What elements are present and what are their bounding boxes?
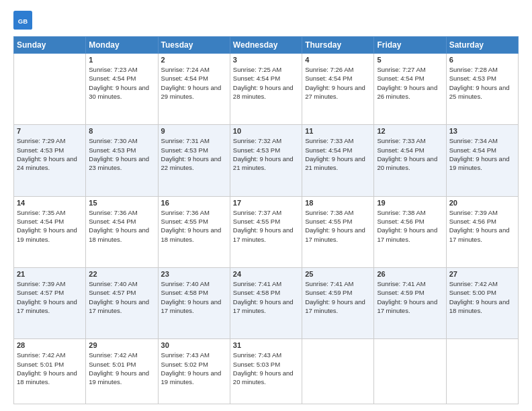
day-info: Sunrise: 7:30 AMSunset: 4:53 PMDaylight:… — [89, 136, 154, 172]
day-info: Sunrise: 7:35 AMSunset: 4:54 PMDaylight:… — [17, 208, 83, 244]
day-number: 27 — [449, 270, 515, 278]
day-info: Sunrise: 7:41 AMSunset: 4:59 PMDaylight:… — [305, 279, 371, 315]
calendar-cell: 7Sunrise: 7:29 AMSunset: 4:53 PMDaylight… — [14, 125, 86, 196]
day-number: 5 — [377, 56, 443, 64]
calendar-cell: 24Sunrise: 7:41 AMSunset: 4:58 PMDayligh… — [230, 267, 302, 338]
day-info: Sunrise: 7:36 AMSunset: 4:54 PMDaylight:… — [89, 208, 154, 244]
calendar-cell: 3Sunrise: 7:25 AMSunset: 4:54 PMDaylight… — [230, 54, 302, 125]
calendar-cell: 16Sunrise: 7:36 AMSunset: 4:55 PMDayligh… — [158, 196, 230, 267]
day-number: 4 — [305, 56, 371, 64]
calendar-cell: 22Sunrise: 7:40 AMSunset: 4:57 PMDayligh… — [86, 267, 158, 338]
day-info: Sunrise: 7:42 AMSunset: 5:00 PMDaylight:… — [449, 279, 515, 315]
calendar-cell: 28Sunrise: 7:42 AMSunset: 5:01 PMDayligh… — [14, 339, 86, 404]
day-number: 20 — [449, 199, 515, 207]
calendar-cell — [14, 54, 86, 125]
calendar-cell: 31Sunrise: 7:43 AMSunset: 5:03 PMDayligh… — [230, 339, 302, 404]
day-number: 22 — [89, 270, 154, 278]
day-info: Sunrise: 7:29 AMSunset: 4:53 PMDaylight:… — [17, 136, 83, 172]
day-info: Sunrise: 7:39 AMSunset: 4:56 PMDaylight:… — [449, 208, 515, 244]
logo: GB — [13, 11, 35, 30]
calendar-week-row: 7Sunrise: 7:29 AMSunset: 4:53 PMDaylight… — [14, 125, 519, 196]
day-number: 11 — [305, 127, 371, 135]
calendar-cell: 1Sunrise: 7:23 AMSunset: 4:54 PMDaylight… — [86, 54, 158, 125]
day-info: Sunrise: 7:37 AMSunset: 4:55 PMDaylight:… — [233, 208, 299, 244]
day-info: Sunrise: 7:41 AMSunset: 4:58 PMDaylight:… — [233, 279, 299, 315]
calendar-cell: 2Sunrise: 7:24 AMSunset: 4:54 PMDaylight… — [158, 54, 230, 125]
day-number: 3 — [233, 56, 299, 64]
header: GB — [13, 11, 519, 30]
calendar-cell: 27Sunrise: 7:42 AMSunset: 5:00 PMDayligh… — [446, 267, 518, 338]
weekday-header: Wednesday — [230, 37, 302, 54]
day-info: Sunrise: 7:33 AMSunset: 4:54 PMDaylight:… — [305, 136, 371, 172]
day-number: 21 — [17, 270, 83, 278]
day-info: Sunrise: 7:27 AMSunset: 4:54 PMDaylight:… — [377, 65, 443, 101]
calendar-cell: 21Sunrise: 7:39 AMSunset: 4:57 PMDayligh… — [14, 267, 86, 338]
calendar-cell: 14Sunrise: 7:35 AMSunset: 4:54 PMDayligh… — [14, 196, 86, 267]
day-number: 12 — [377, 127, 443, 135]
day-number: 13 — [449, 127, 515, 135]
day-number: 16 — [161, 199, 227, 207]
day-info: Sunrise: 7:38 AMSunset: 4:56 PMDaylight:… — [377, 208, 443, 244]
day-info: Sunrise: 7:43 AMSunset: 5:03 PMDaylight:… — [233, 351, 299, 386]
day-info: Sunrise: 7:40 AMSunset: 4:57 PMDaylight:… — [89, 279, 154, 315]
day-info: Sunrise: 7:24 AMSunset: 4:54 PMDaylight:… — [161, 65, 227, 101]
day-number: 6 — [449, 56, 515, 64]
day-number: 8 — [89, 127, 154, 135]
calendar-cell: 5Sunrise: 7:27 AMSunset: 4:54 PMDaylight… — [374, 54, 446, 125]
day-info: Sunrise: 7:40 AMSunset: 4:58 PMDaylight:… — [161, 279, 227, 315]
day-info: Sunrise: 7:26 AMSunset: 4:54 PMDaylight:… — [305, 65, 371, 101]
day-number: 10 — [233, 127, 299, 135]
day-number: 17 — [233, 199, 299, 207]
day-info: Sunrise: 7:36 AMSunset: 4:55 PMDaylight:… — [161, 208, 227, 244]
day-number: 1 — [89, 56, 154, 64]
calendar-week-row: 14Sunrise: 7:35 AMSunset: 4:54 PMDayligh… — [14, 196, 519, 267]
calendar-cell: 20Sunrise: 7:39 AMSunset: 4:56 PMDayligh… — [446, 196, 518, 267]
calendar-cell: 23Sunrise: 7:40 AMSunset: 4:58 PMDayligh… — [158, 267, 230, 338]
calendar-cell: 13Sunrise: 7:34 AMSunset: 4:54 PMDayligh… — [446, 125, 518, 196]
weekday-header: Tuesday — [158, 37, 230, 54]
svg-text:GB: GB — [18, 17, 28, 25]
calendar-table: SundayMondayTuesdayWednesdayThursdayFrid… — [13, 36, 519, 404]
day-info: Sunrise: 7:23 AMSunset: 4:54 PMDaylight:… — [89, 65, 154, 101]
day-info: Sunrise: 7:39 AMSunset: 4:57 PMDaylight:… — [17, 279, 83, 315]
calendar-week-row: 21Sunrise: 7:39 AMSunset: 4:57 PMDayligh… — [14, 267, 519, 338]
day-number: 28 — [17, 341, 83, 349]
calendar-cell: 4Sunrise: 7:26 AMSunset: 4:54 PMDaylight… — [302, 54, 374, 125]
day-info: Sunrise: 7:32 AMSunset: 4:53 PMDaylight:… — [233, 136, 299, 172]
day-number: 30 — [161, 341, 227, 349]
day-number: 14 — [17, 199, 83, 207]
calendar-cell — [446, 339, 518, 404]
calendar-cell: 17Sunrise: 7:37 AMSunset: 4:55 PMDayligh… — [230, 196, 302, 267]
day-info: Sunrise: 7:33 AMSunset: 4:54 PMDaylight:… — [377, 136, 443, 172]
calendar-cell: 8Sunrise: 7:30 AMSunset: 4:53 PMDaylight… — [86, 125, 158, 196]
day-number: 31 — [233, 341, 299, 349]
calendar-cell: 29Sunrise: 7:42 AMSunset: 5:01 PMDayligh… — [86, 339, 158, 404]
calendar-cell: 10Sunrise: 7:32 AMSunset: 4:53 PMDayligh… — [230, 125, 302, 196]
day-number: 18 — [305, 199, 371, 207]
calendar-cell: 18Sunrise: 7:38 AMSunset: 4:55 PMDayligh… — [302, 196, 374, 267]
weekday-header: Friday — [374, 37, 446, 54]
day-info: Sunrise: 7:28 AMSunset: 4:53 PMDaylight:… — [449, 65, 515, 101]
calendar-cell: 19Sunrise: 7:38 AMSunset: 4:56 PMDayligh… — [374, 196, 446, 267]
day-number: 29 — [89, 341, 154, 349]
page: GB SundayMondayTuesdayWednesdayThursdayF… — [0, 0, 532, 411]
calendar-cell: 6Sunrise: 7:28 AMSunset: 4:53 PMDaylight… — [446, 54, 518, 125]
calendar-header-row: SundayMondayTuesdayWednesdayThursdayFrid… — [14, 37, 519, 54]
day-number: 9 — [161, 127, 227, 135]
day-info: Sunrise: 7:25 AMSunset: 4:54 PMDaylight:… — [233, 65, 299, 101]
day-number: 23 — [161, 270, 227, 278]
calendar-week-row: 28Sunrise: 7:42 AMSunset: 5:01 PMDayligh… — [14, 339, 519, 404]
day-info: Sunrise: 7:41 AMSunset: 4:59 PMDaylight:… — [377, 279, 443, 315]
calendar-cell: 12Sunrise: 7:33 AMSunset: 4:54 PMDayligh… — [374, 125, 446, 196]
logo-icon: GB — [13, 11, 32, 30]
day-number: 15 — [89, 199, 154, 207]
calendar-cell: 11Sunrise: 7:33 AMSunset: 4:54 PMDayligh… — [302, 125, 374, 196]
weekday-header: Thursday — [302, 37, 374, 54]
day-info: Sunrise: 7:43 AMSunset: 5:02 PMDaylight:… — [161, 351, 227, 386]
weekday-header: Sunday — [14, 37, 86, 54]
calendar-cell: 9Sunrise: 7:31 AMSunset: 4:53 PMDaylight… — [158, 125, 230, 196]
day-number: 19 — [377, 199, 443, 207]
day-number: 25 — [305, 270, 371, 278]
calendar-week-row: 1Sunrise: 7:23 AMSunset: 4:54 PMDaylight… — [14, 54, 519, 125]
weekday-header: Monday — [86, 37, 158, 54]
